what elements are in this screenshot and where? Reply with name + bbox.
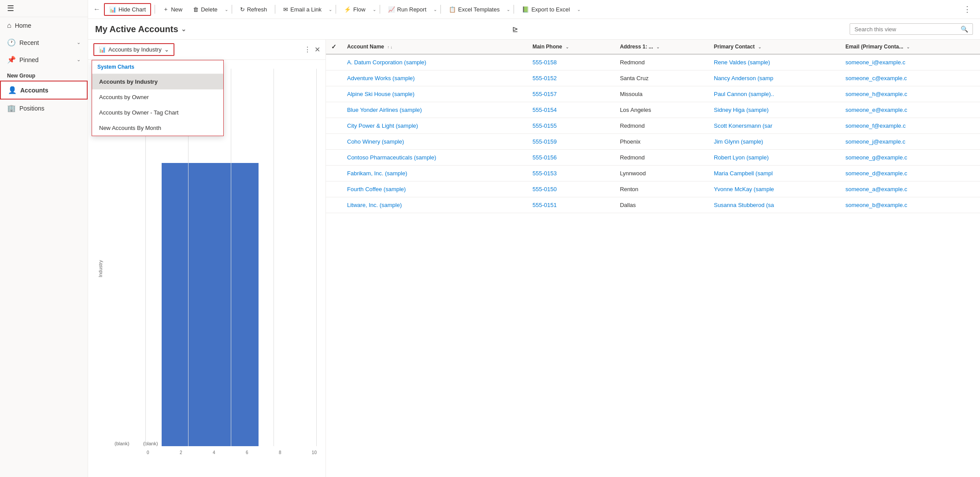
- table-row: Contoso Pharmaceuticals (sample) 555-015…: [326, 150, 980, 166]
- account-name-cell[interactable]: Contoso Pharmaceuticals (sample): [342, 150, 527, 166]
- chart-bar: [162, 163, 259, 446]
- filter-icon[interactable]: ⊵: [512, 25, 518, 33]
- row-checkbox[interactable]: [326, 102, 342, 118]
- col-header-main-phone: Main Phone ⌄: [527, 40, 614, 54]
- primary-contact-cell[interactable]: Maria Campbell (sampl: [709, 166, 840, 181]
- email-cell[interactable]: someone_d@example.c: [840, 166, 980, 181]
- main-phone-cell: 555-0158: [527, 54, 614, 70]
- email-link-chevron-icon[interactable]: ⌄: [329, 7, 332, 12]
- account-name-cell[interactable]: Fourth Coffee (sample): [342, 181, 527, 197]
- flow-chevron-icon[interactable]: ⌄: [373, 7, 376, 12]
- new-button[interactable]: ＋ New: [159, 3, 187, 15]
- address-cell: Phoenix: [614, 134, 708, 150]
- export-chevron-icon[interactable]: ⌄: [577, 7, 581, 12]
- sidebar-item-positions[interactable]: 🏢 Positions: [0, 100, 88, 117]
- table-scroll[interactable]: ✓ Account Name ↑ ↓ Main Phone ⌄: [326, 40, 980, 477]
- account-name-cell[interactable]: Fabrikam, Inc. (sample): [342, 166, 527, 181]
- email-cell[interactable]: someone_b@example.c: [840, 197, 980, 213]
- row-checkbox[interactable]: [326, 166, 342, 181]
- row-checkbox[interactable]: [326, 86, 342, 102]
- email-cell[interactable]: someone_e@example.c: [840, 102, 980, 118]
- excel-templates-chevron-icon[interactable]: ⌄: [507, 7, 510, 12]
- email-cell[interactable]: someone_i@example.c: [840, 54, 980, 70]
- page-title[interactable]: My Active Accounts ⌄: [95, 24, 186, 34]
- primary-contact-cell[interactable]: Sidney Higa (sample): [709, 102, 840, 118]
- flow-button[interactable]: ⚡ Flow: [340, 4, 370, 15]
- account-name-cell[interactable]: Blue Yonder Airlines (sample): [342, 102, 527, 118]
- email-cell[interactable]: someone_a@example.c: [840, 181, 980, 197]
- account-name-cell[interactable]: Litware, Inc. (sample): [342, 197, 527, 213]
- primary-contact-cell[interactable]: Robert Lyon (sample): [709, 150, 840, 166]
- primary-contact-cell[interactable]: Scott Konersmann (sar: [709, 118, 840, 134]
- check-all-icon[interactable]: ✓: [331, 43, 337, 50]
- sidebar-item-label: Accounts: [20, 87, 48, 94]
- sidebar-item-accounts[interactable]: 👤 Accounts: [0, 81, 88, 100]
- toolbar-separator: [155, 5, 155, 14]
- close-icon[interactable]: ✕: [314, 45, 320, 54]
- chart-selector-dropdown[interactable]: 📊 Accounts by Industry ⌄: [93, 43, 174, 56]
- chart-more-icon[interactable]: ⋮: [304, 45, 311, 54]
- row-checkbox[interactable]: [326, 134, 342, 150]
- hamburger-icon[interactable]: ☰: [5, 2, 16, 15]
- account-name-cell[interactable]: Alpine Ski House (sample): [342, 86, 527, 102]
- run-report-chevron-icon[interactable]: ⌄: [433, 7, 437, 12]
- email-link-button[interactable]: ✉ Email a Link: [279, 4, 326, 15]
- chart-icon: 📊: [109, 6, 116, 13]
- row-checkbox[interactable]: [326, 118, 342, 134]
- delete-button[interactable]: 🗑 Delete: [189, 4, 222, 15]
- primary-contact-cell[interactable]: Rene Valdes (sample): [709, 54, 840, 70]
- address-cell: Dallas: [614, 197, 708, 213]
- account-name-cell[interactable]: A. Datum Corporation (sample): [342, 54, 527, 70]
- search-box[interactable]: 🔍: [850, 23, 973, 35]
- table-row: Litware, Inc. (sample) 555-0151 Dallas S…: [326, 197, 980, 213]
- back-button[interactable]: ←: [93, 5, 100, 13]
- col-header-email: Email (Primary Conta... ⌄: [840, 40, 980, 54]
- email-cell[interactable]: someone_f@example.c: [840, 118, 980, 134]
- dropdown-item-by-month[interactable]: New Accounts By Month: [92, 120, 223, 136]
- dropdown-item-by-industry[interactable]: Accounts by Industry: [92, 74, 223, 89]
- x-axis-tick: 2: [180, 450, 182, 455]
- primary-contact-cell[interactable]: Yvonne McKay (sample: [709, 181, 840, 197]
- primary-contact-cell[interactable]: Susanna Stubberod (sa: [709, 197, 840, 213]
- run-report-button[interactable]: 📈 Run Report: [384, 4, 431, 15]
- selector-chevron-icon: ⌄: [164, 46, 169, 53]
- account-name-cell[interactable]: Adventure Works (sample): [342, 70, 527, 86]
- sort-icons[interactable]: ↑ ↓: [387, 45, 392, 49]
- hide-chart-button[interactable]: 📊 Hide Chart: [104, 3, 151, 16]
- sidebar-item-recent[interactable]: 🕐 Recent ⌄: [0, 34, 88, 51]
- search-input[interactable]: [854, 26, 958, 33]
- dropdown-item-by-owner-tag[interactable]: Accounts by Owner - Tag Chart: [92, 105, 223, 120]
- primary-contact-cell[interactable]: Nancy Anderson (samp: [709, 70, 840, 86]
- more-options-button[interactable]: ⋮: [960, 3, 975, 16]
- row-checkbox[interactable]: [326, 54, 342, 70]
- toolbar-separator: [380, 5, 380, 14]
- email-cell[interactable]: someone_h@example.c: [840, 86, 980, 102]
- refresh-button[interactable]: ↻ Refresh: [236, 4, 272, 15]
- chart-y-axis-label: Industry: [98, 260, 103, 277]
- sort-icons[interactable]: ⌄: [758, 45, 762, 49]
- sort-icons[interactable]: ⌄: [566, 45, 569, 49]
- account-name-cell[interactable]: City Power & Light (sample): [342, 118, 527, 134]
- sidebar-item-home[interactable]: ⌂ Home: [0, 17, 88, 34]
- email-cell[interactable]: someone_g@example.c: [840, 150, 980, 166]
- main-phone-cell: 555-0159: [527, 134, 614, 150]
- row-checkbox[interactable]: [326, 70, 342, 86]
- dropdown-item-by-owner[interactable]: Accounts by Owner: [92, 89, 223, 105]
- sidebar-item-pinned[interactable]: 📌 Pinned ⌄: [0, 51, 88, 68]
- row-checkbox[interactable]: [326, 150, 342, 166]
- excel-templates-button[interactable]: 📋 Excel Templates: [444, 4, 504, 15]
- delete-chevron-icon[interactable]: ⌄: [225, 7, 228, 12]
- address-cell: Renton: [614, 181, 708, 197]
- main-area: ← 📊 Hide Chart ＋ New 🗑 Delete ⌄ ↻ Refres…: [88, 0, 980, 477]
- account-name-cell[interactable]: Coho Winery (sample): [342, 134, 527, 150]
- primary-contact-cell[interactable]: Jim Glynn (sample): [709, 134, 840, 150]
- row-checkbox[interactable]: [326, 181, 342, 197]
- sort-icons[interactable]: ⌄: [906, 45, 910, 49]
- primary-contact-cell[interactable]: Paul Cannon (sample)..: [709, 86, 840, 102]
- row-checkbox[interactable]: [326, 197, 342, 213]
- email-cell[interactable]: someone_c@example.c: [840, 70, 980, 86]
- email-cell[interactable]: someone_j@example.c: [840, 134, 980, 150]
- export-to-excel-button[interactable]: 📗 Export to Excel: [518, 4, 574, 15]
- sort-icons[interactable]: ⌄: [656, 45, 660, 49]
- sidebar: ☰ ⌂ Home 🕐 Recent ⌄ 📌 Pinned ⌄ New Group…: [0, 0, 88, 477]
